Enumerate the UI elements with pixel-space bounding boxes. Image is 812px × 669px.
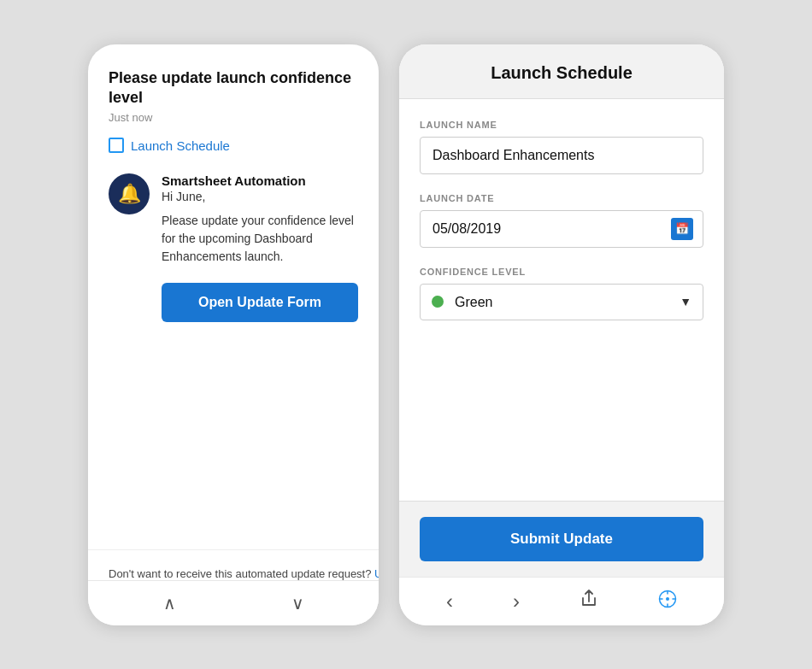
unsubscribe-text: Don't want to receive this automated upd… [109, 567, 379, 580]
left-phone: Please update launch confidence level Ju… [88, 44, 379, 625]
right-header: Launch Schedule [399, 44, 724, 99]
bell-icon: 🔔 [118, 183, 141, 205]
compass-button[interactable] [658, 590, 677, 613]
share-icon [580, 590, 598, 613]
right-form-content: LAUNCH NAME LAUNCH DATE 📅 CONFIDENCE LEV… [399, 99, 724, 501]
confidence-level-label: CONFIDENCE LEVEL [420, 267, 703, 277]
launch-date-input[interactable] [420, 210, 703, 248]
nav-forward-button[interactable]: › [513, 590, 520, 613]
launch-date-group: LAUNCH DATE 📅 [420, 193, 703, 248]
launch-name-label: LAUNCH NAME [420, 120, 703, 130]
launch-link-row: Launch Schedule [109, 138, 358, 153]
message-greeting: Hi June, [162, 190, 358, 203]
nav-back-button[interactable]: ‹ [446, 590, 453, 613]
right-bottom-nav: ‹ › [399, 577, 724, 625]
confidence-select-wrapper: Green Yellow Red ▼ [420, 284, 703, 320]
sheet-icon [109, 138, 124, 153]
launch-name-group: LAUNCH NAME [420, 120, 703, 174]
notification-title: Please update launch confidence level [109, 68, 358, 109]
confidence-level-group: CONFIDENCE LEVEL Green Yellow Red ▼ [420, 267, 703, 320]
notification-header: Please update launch confidence level Ju… [109, 68, 358, 125]
svg-point-1 [666, 597, 669, 601]
left-bottom-nav: ∧ ∨ [88, 580, 379, 625]
launch-schedule-link[interactable]: Launch Schedule [131, 138, 230, 153]
launch-name-input[interactable] [420, 137, 703, 174]
notification-time: Just now [109, 111, 358, 124]
launch-date-label: LAUNCH DATE [420, 193, 703, 203]
message-sender: Smartsheet Automation [162, 173, 358, 188]
right-phone: Launch Schedule LAUNCH NAME LAUNCH DATE … [399, 44, 724, 625]
confidence-level-select[interactable]: Green Yellow Red [420, 284, 703, 320]
avatar: 🔔 [109, 173, 150, 214]
calendar-icon-button[interactable]: 📅 [671, 218, 693, 240]
right-header-title: Launch Schedule [420, 63, 703, 83]
calendar-icon: 📅 [675, 222, 689, 235]
message-body: Smartsheet Automation Hi June, Please up… [162, 173, 358, 322]
confidence-dot-green [432, 296, 444, 308]
message-text: Please update your confidence level for … [162, 212, 358, 266]
nav-down-button[interactable]: ∨ [291, 593, 304, 613]
share-button[interactable] [580, 590, 598, 613]
submit-update-button[interactable]: Submit Update [420, 517, 703, 561]
right-footer: Submit Update [399, 501, 724, 577]
unsubscribe-link[interactable]: Unsubscribe [374, 567, 379, 580]
unsubscribe-section: Don't want to receive this automated upd… [88, 549, 379, 580]
date-input-wrapper: 📅 [420, 210, 703, 248]
open-update-form-button[interactable]: Open Update Form [162, 283, 358, 322]
compass-icon [658, 590, 677, 613]
message-card: 🔔 Smartsheet Automation Hi June, Please … [109, 173, 358, 322]
nav-up-button[interactable]: ∧ [163, 593, 176, 613]
